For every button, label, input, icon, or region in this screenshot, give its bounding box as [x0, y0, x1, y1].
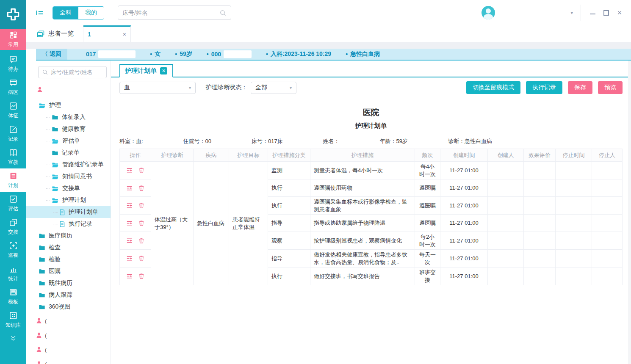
category-cell: 指导	[268, 250, 310, 267]
user-avatar[interactable]	[482, 6, 495, 19]
add-to-plan-icon[interactable]	[126, 273, 133, 280]
sidebar-item-common[interactable]: 常用	[0, 29, 26, 50]
info-label: 姓名：	[323, 138, 340, 144]
tab-care-plan-sheet[interactable]: 护理计划单 ✕	[119, 64, 173, 77]
tree-item-consent[interactable]: 知情同意书	[26, 171, 111, 182]
menu-fold-icon[interactable]	[35, 8, 45, 17]
execution-record-button[interactable]: 执行记录	[526, 81, 562, 94]
preview-button[interactable]: 预览	[598, 81, 623, 94]
patient-diagnosis-value: 急性白血病	[350, 50, 380, 58]
document-patient-info: 科室：血: 住院号：00 床号：017床 姓名： 年龄：59岁 诊断：急性白血病	[119, 138, 492, 145]
tree-item-orders[interactable]: 医嘱	[26, 265, 111, 277]
sidebar-more-button[interactable]	[0, 334, 26, 342]
tree-item-patient[interactable]: (	[26, 358, 111, 364]
switch-trace-mode-button[interactable]: 切换至留痕模式	[466, 81, 520, 94]
tree-item-label: 执行记录	[69, 220, 92, 228]
tree-item-labs[interactable]: 检验	[26, 254, 111, 265]
tab-patient-1[interactable]: 1 ×	[83, 25, 131, 42]
add-to-plan-icon[interactable]	[126, 220, 133, 227]
tree-item-health-education[interactable]: 健康教育	[26, 123, 111, 135]
add-to-plan-icon[interactable]	[126, 255, 133, 262]
sidebar-item-patrol[interactable]: 巡视	[0, 238, 26, 262]
col-op: 操作	[120, 149, 151, 162]
back-button[interactable]: 〈 返回	[36, 49, 67, 60]
tree-item-care-plan[interactable]: 护理计划	[26, 194, 111, 206]
tree-item-care-plan-sheet[interactable]: 护理计划单	[26, 206, 111, 218]
sidebar-item-ward[interactable]: 病区	[0, 75, 26, 99]
tree-item-execution-record[interactable]: 执行记录	[26, 218, 111, 230]
frequency-cell: 每2小时一次	[415, 232, 440, 250]
save-button[interactable]: 保存	[568, 81, 592, 94]
folder-open-icon	[38, 102, 46, 109]
tree-item-patient-tracking[interactable]: 病人跟踪	[26, 289, 111, 301]
search-icon[interactable]	[219, 9, 227, 17]
sidebar-item-assess[interactable]: 评估	[0, 192, 26, 215]
tree-item-medical-records[interactable]: 医疗病历	[26, 230, 111, 242]
delete-trash-icon[interactable]	[138, 185, 145, 192]
category-cell: 执行	[268, 267, 310, 285]
tree-search-input[interactable]	[51, 69, 97, 75]
top-search-input[interactable]	[122, 9, 219, 16]
maximize-button[interactable]	[602, 9, 610, 17]
scope-tab-mine[interactable]: 我的	[78, 7, 104, 19]
tree-item-exams[interactable]: 检查	[26, 242, 111, 254]
plan-list-icon	[9, 171, 18, 180]
sidebar-item-label: 常用	[8, 41, 18, 48]
delete-trash-icon[interactable]	[138, 167, 145, 174]
sidebar-item-record[interactable]: 记录	[0, 122, 26, 145]
scope-tab-all[interactable]: 全科	[53, 7, 78, 19]
medical-cross-logo-icon	[6, 7, 21, 22]
measure-cell: 遵医嘱使用药物	[310, 179, 415, 197]
record-edit-icon	[9, 125, 18, 134]
sidebar-item-label: 记录	[8, 135, 18, 143]
sidebar-item-education[interactable]: 宣教	[0, 145, 26, 168]
frequency-cell: 遵医嘱	[415, 197, 440, 215]
add-to-plan-icon[interactable]	[126, 185, 133, 192]
app-logo	[0, 0, 26, 29]
tab-close-icon[interactable]: ×	[123, 31, 126, 38]
tree-item-nursing[interactable]: 护理	[26, 99, 111, 111]
close-button[interactable]: ×	[616, 9, 623, 17]
sidebar-item-template[interactable]: 模板	[0, 285, 26, 308]
measure-cell: 做好交接班，书写交班报告	[310, 267, 415, 285]
sidebar-item-plan[interactable]: 计划	[0, 168, 26, 192]
user-menu-caret-icon[interactable]: ▾	[570, 10, 573, 16]
sidebar-item-todo[interactable]: 待办	[0, 52, 26, 75]
delete-trash-icon[interactable]	[138, 220, 145, 227]
tree-item-patient[interactable]: (	[26, 329, 111, 342]
minimize-button[interactable]	[589, 9, 596, 17]
tree-item-360-view[interactable]: 360视图	[26, 301, 111, 313]
tree-item-past-records[interactable]: 既往病历	[26, 277, 111, 289]
delete-trash-icon[interactable]	[138, 255, 145, 262]
tab-patient-overview[interactable]: 患者一览	[26, 25, 83, 42]
add-to-plan-icon[interactable]	[126, 202, 133, 209]
delete-trash-icon[interactable]	[138, 273, 145, 280]
tab-close-icon[interactable]: ✕	[160, 67, 167, 74]
add-to-plan-icon[interactable]	[126, 167, 133, 174]
tree-item-patient[interactable]	[26, 83, 111, 96]
tree-item-label: 医疗病历	[49, 232, 72, 240]
tree-item-assessment-forms[interactable]: 评估单	[26, 135, 111, 147]
col-diagnosis: 护理诊断	[151, 149, 194, 162]
scope-toggle: 全科 我的	[53, 6, 104, 19]
sidebar-item-handover[interactable]: 交接	[0, 215, 26, 238]
sidebar-item-knowledge[interactable]: 知识库	[0, 308, 26, 331]
sidebar-item-vitals[interactable]: 体征	[0, 99, 26, 122]
sidebar-item-stats[interactable]: 统计	[0, 262, 26, 285]
status-filter-select[interactable]: 全部 ▾	[251, 82, 296, 94]
tree-item-patient[interactable]: (	[26, 314, 111, 327]
delete-trash-icon[interactable]	[138, 237, 145, 244]
patient-admission-value: 入科:2023-11-26 10:29	[271, 50, 331, 58]
delete-trash-icon[interactable]	[138, 202, 145, 209]
tree-item-handover-forms[interactable]: 交接单	[26, 182, 111, 194]
folder-icon	[51, 149, 59, 156]
tree-item-vitals-entry[interactable]: 体征录入	[26, 111, 111, 123]
vertical-scrollbar[interactable]	[628, 61, 631, 364]
add-to-plan-icon[interactable]	[126, 237, 133, 244]
category-cell: 执行	[268, 197, 310, 215]
created-time-cell: 11-27 01:00	[440, 179, 488, 197]
tree-item-patient[interactable]: (	[26, 343, 111, 356]
tree-item-tube-maintenance[interactable]: 管路维护记录单	[26, 159, 111, 171]
diagnosis-filter-select[interactable]: 血 ▾	[119, 82, 196, 94]
tree-item-record-forms[interactable]: 记录单	[26, 147, 111, 159]
